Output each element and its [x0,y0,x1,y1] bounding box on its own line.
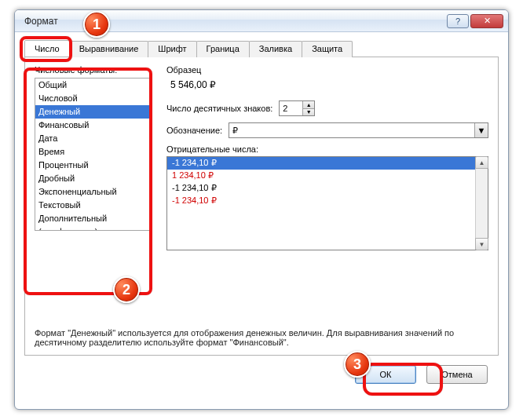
list-item-selected[interactable]: Денежный [35,105,150,119]
symbol-value: ₽ [232,126,238,136]
list-item[interactable]: Финансовый [35,119,150,132]
tab-border[interactable]: Граница [196,41,250,57]
list-item[interactable]: -1 234,10 ₽ [167,182,488,195]
scroll-up-icon[interactable]: ▲ [475,156,488,169]
chevron-down-icon[interactable]: ▼ [474,123,488,137]
tab-strip: Число Выравнивание Шрифт Граница Заливка… [24,40,499,57]
list-item[interactable]: Дополнительный [35,212,150,225]
list-item[interactable]: -1 234,10 ₽ [167,195,488,207]
list-item[interactable]: Числовой [35,92,150,105]
decimals-label: Число десятичных знаков: [166,104,272,113]
spin-down-icon[interactable]: ▼ [302,109,314,116]
list-item[interactable]: 1 234,10 ₽ [167,170,488,182]
negative-label: Отрицательные числа: [166,144,488,154]
list-item[interactable]: Экспоненциальный [35,185,150,199]
category-label: Числовые форматы: [35,65,151,75]
tab-alignment[interactable]: Выравнивание [69,41,149,57]
format-description: Формат "Денежный" используется для отобр… [35,328,488,347]
list-item[interactable]: Процентный [35,159,150,172]
list-item[interactable]: Общий [35,79,150,92]
tab-font[interactable]: Шрифт [148,41,196,57]
decimals-value: 2 [283,104,287,113]
tab-number[interactable]: Число [24,40,70,57]
cancel-button[interactable]: Отмена [426,365,488,384]
category-column: Числовые форматы: Общий Числовой Денежны… [35,65,151,231]
spin-up-icon[interactable]: ▲ [302,101,314,109]
client-area: Число Выравнивание Шрифт Граница Заливка… [15,32,508,390]
tab-body: Числовые форматы: Общий Числовой Денежны… [24,57,499,356]
list-item[interactable]: Дата [35,132,150,145]
scrollbar[interactable]: ▲ ▼ [475,157,488,250]
list-item[interactable]: (все форматы) [35,225,150,231]
settings-column: Образец 5 546,00 ₽ Число десятичных знак… [166,65,488,250]
close-button[interactable]: ✕ [470,14,503,28]
list-item[interactable]: Текстовый [35,199,150,212]
tab-protection[interactable]: Защита [302,41,353,57]
window-title: Формат [24,16,445,27]
list-item-selected[interactable]: -1 234,10 ₽ [167,157,488,170]
button-row: ОК Отмена [24,356,499,384]
help-button[interactable]: ? [447,14,469,28]
ok-button[interactable]: ОК [355,365,416,384]
tab-fill[interactable]: Заливка [249,41,302,57]
negative-listbox[interactable]: -1 234,10 ₽ 1 234,10 ₽ -1 234,10 ₽ -1 23… [166,156,488,250]
list-item[interactable]: Дробный [35,172,150,185]
symbol-label: Обозначение: [166,126,222,135]
titlebar[interactable]: Формат ? ✕ [15,10,508,32]
symbol-combo[interactable]: ₽ ▼ [229,122,488,138]
decimals-stepper[interactable]: 2 ▲ ▼ [279,100,315,116]
dialog-window: Формат ? ✕ Число Выравнивание Шрифт Гран… [14,9,509,410]
scroll-down-icon[interactable]: ▼ [475,238,488,250]
list-item[interactable]: Время [35,145,150,159]
category-listbox[interactable]: Общий Числовой Денежный Финансовый Дата … [35,78,151,231]
sample-label: Образец [166,65,488,75]
sample-value: 5 546,00 ₽ [166,77,488,93]
